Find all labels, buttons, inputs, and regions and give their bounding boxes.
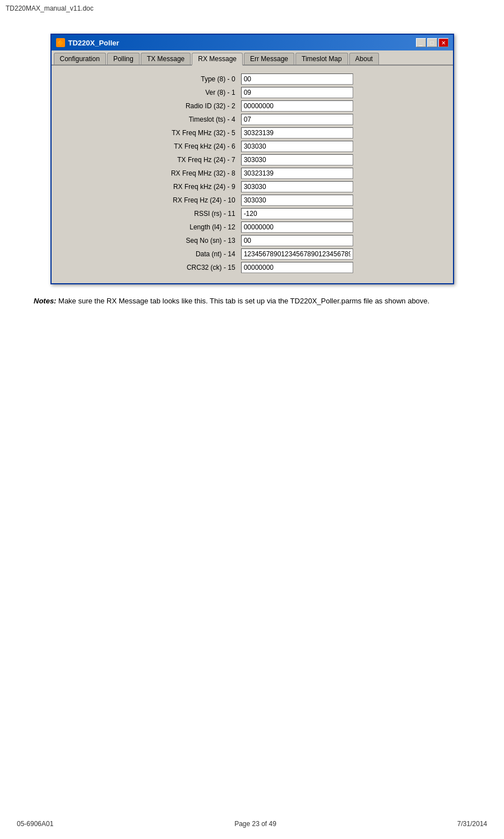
field-input-cell <box>239 220 444 234</box>
field-value-input[interactable] <box>241 222 353 233</box>
tab-about[interactable]: About <box>349 53 379 64</box>
field-value-input[interactable] <box>241 114 353 125</box>
titlebar: 🔶 TD220X_Poller _ □ ✕ <box>52 35 453 50</box>
table-row: RX Freq kHz (24) - 9 <box>61 180 444 193</box>
table-row: TX Freq Hz (24) - 7 <box>61 153 444 167</box>
field-value-input[interactable] <box>241 262 353 273</box>
tab-rx-message[interactable]: RX Message <box>192 53 243 66</box>
notes-label: Notes: <box>34 297 56 305</box>
field-value-input[interactable] <box>241 195 353 206</box>
field-input-cell <box>239 167 444 180</box>
tab-err-message[interactable]: Err Message <box>244 53 294 64</box>
window-controls: _ □ ✕ <box>416 38 448 47</box>
field-input-cell <box>239 261 444 274</box>
tab-bar: Configuration Polling TX Message RX Mess… <box>52 50 453 66</box>
table-row: Seq No (sn) - 13 <box>61 234 444 247</box>
table-row: RX Freq Hz (24) - 10 <box>61 193 444 207</box>
doc-footer: 05-6906A01 Page 23 of 49 7/31/2014 <box>0 820 504 828</box>
table-row: Radio ID (32) - 2 <box>61 99 444 113</box>
field-label: Timeslot (ts) - 4 <box>61 113 239 126</box>
tab-tx-message[interactable]: TX Message <box>141 53 191 64</box>
restore-button[interactable]: □ <box>427 38 437 47</box>
table-row: Timeslot (ts) - 4 <box>61 113 444 126</box>
minimize-button[interactable]: _ <box>416 38 426 47</box>
window-body: Type (8) - 0Ver (8) - 1Radio ID (32) - 2… <box>52 66 453 283</box>
close-button[interactable]: ✕ <box>438 38 448 47</box>
table-row: Data (nt) - 14 <box>61 247 444 261</box>
field-value-input[interactable] <box>241 181 353 192</box>
table-row: TX Freq kHz (24) - 6 <box>61 140 444 153</box>
field-value-input[interactable] <box>241 141 353 152</box>
table-row: Type (8) - 0 <box>61 72 444 86</box>
field-input-cell <box>239 180 444 193</box>
field-label: RX Freq MHz (32) - 8 <box>61 167 239 180</box>
field-label: RX Freq Hz (24) - 10 <box>61 193 239 207</box>
field-input-cell <box>239 140 444 153</box>
field-label: RX Freq kHz (24) - 9 <box>61 180 239 193</box>
field-label: Ver (8) - 1 <box>61 86 239 99</box>
field-value-input[interactable] <box>241 235 353 246</box>
field-input-cell <box>239 126 444 140</box>
field-value-input[interactable] <box>241 248 353 260</box>
field-input-cell <box>239 193 444 207</box>
field-input-cell <box>239 153 444 167</box>
table-row: Ver (8) - 1 <box>61 86 444 99</box>
field-value-input[interactable] <box>241 73 353 85</box>
field-value-input[interactable] <box>241 168 353 179</box>
field-input-cell <box>239 113 444 126</box>
application-window: 🔶 TD220X_Poller _ □ ✕ Configuration Poll… <box>50 34 454 284</box>
footer-right: 7/31/2014 <box>457 820 487 828</box>
footer-center: Page 23 of 49 <box>234 820 276 828</box>
field-label: Length (l4) - 12 <box>61 220 239 234</box>
table-row: TX Freq MHz (32) - 5 <box>61 126 444 140</box>
table-row: Length (l4) - 12 <box>61 220 444 234</box>
field-value-input[interactable] <box>241 87 353 98</box>
field-value-input[interactable] <box>241 154 353 165</box>
titlebar-left: 🔶 TD220X_Poller <box>56 38 119 47</box>
field-label: CRC32 (ck) - 15 <box>61 261 239 274</box>
doc-filename: TD220MAX_manual_v11.doc <box>6 4 94 12</box>
fields-table: Type (8) - 0Ver (8) - 1Radio ID (32) - 2… <box>61 72 444 274</box>
field-label: TX Freq Hz (24) - 7 <box>61 153 239 167</box>
table-row: RX Freq MHz (32) - 8 <box>61 167 444 180</box>
field-label: Seq No (sn) - 13 <box>61 234 239 247</box>
app-icon: 🔶 <box>56 38 65 47</box>
tab-timeslot-map[interactable]: Timeslot Map <box>295 53 348 64</box>
table-row: CRC32 (ck) - 15 <box>61 261 444 274</box>
field-value-input[interactable] <box>241 127 353 139</box>
field-input-cell <box>239 207 444 220</box>
tab-polling[interactable]: Polling <box>107 53 140 64</box>
field-label: TX Freq kHz (24) - 6 <box>61 140 239 153</box>
field-label: RSSI (rs) - 11 <box>61 207 239 220</box>
field-input-cell <box>239 99 444 113</box>
field-label: Radio ID (32) - 2 <box>61 99 239 113</box>
field-label: Type (8) - 0 <box>61 72 239 86</box>
window-title: TD220X_Poller <box>68 39 119 47</box>
field-input-cell <box>239 72 444 86</box>
notes-text: Make sure the RX Message tab looks like … <box>56 297 429 305</box>
field-label: Data (nt) - 14 <box>61 247 239 261</box>
field-input-cell <box>239 247 444 261</box>
field-input-cell <box>239 234 444 247</box>
field-value-input[interactable] <box>241 100 353 112</box>
table-row: RSSI (rs) - 11 <box>61 207 444 220</box>
field-input-cell <box>239 86 444 99</box>
tab-configuration[interactable]: Configuration <box>54 53 106 64</box>
footer-left: 05-6906A01 <box>17 820 53 828</box>
notes-section: Notes: Make sure the RX Message tab look… <box>34 296 470 307</box>
field-label: TX Freq MHz (32) - 5 <box>61 126 239 140</box>
field-value-input[interactable] <box>241 208 353 219</box>
